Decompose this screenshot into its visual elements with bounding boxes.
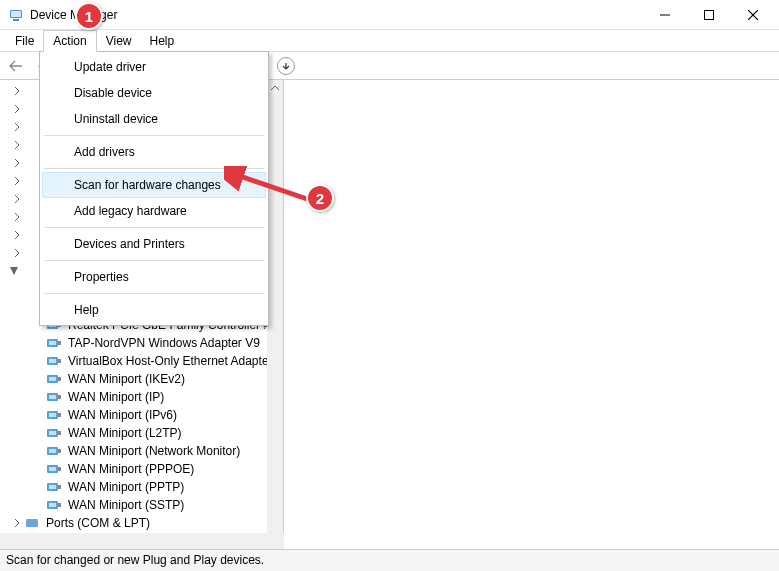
annotation-callout-1: 1 bbox=[75, 2, 103, 30]
svg-rect-41 bbox=[49, 485, 56, 489]
scroll-up-icon[interactable] bbox=[267, 80, 283, 96]
tree-item-network-adapter[interactable]: WAN Miniport (IP) bbox=[46, 388, 283, 406]
svg-rect-24 bbox=[58, 377, 61, 381]
network-adapter-icon bbox=[46, 354, 62, 368]
svg-rect-45 bbox=[58, 503, 61, 507]
svg-rect-23 bbox=[49, 377, 56, 381]
network-adapter-icon bbox=[46, 480, 62, 494]
adapter-label: WAN Miniport (PPPOE) bbox=[66, 461, 196, 477]
annotation-arrow bbox=[224, 166, 316, 210]
menu-help[interactable]: Help bbox=[141, 31, 184, 51]
svg-rect-27 bbox=[58, 395, 61, 399]
annotation-callout-2: 2 bbox=[306, 184, 334, 212]
menu-separator bbox=[44, 293, 264, 294]
menu-action[interactable]: Action bbox=[43, 30, 96, 52]
menu-separator bbox=[44, 135, 264, 136]
menu-file[interactable]: File bbox=[6, 31, 43, 51]
svg-rect-42 bbox=[58, 485, 61, 489]
menu-devices-printers[interactable]: Devices and Printers bbox=[42, 231, 266, 257]
window-title: Device Manager bbox=[30, 8, 117, 22]
menu-separator bbox=[44, 227, 264, 228]
svg-rect-29 bbox=[49, 413, 56, 417]
adapter-label: WAN Miniport (PPTP) bbox=[66, 479, 186, 495]
network-adapter-icon bbox=[46, 444, 62, 458]
network-adapter-icon bbox=[46, 408, 62, 422]
svg-line-47 bbox=[234, 174, 310, 200]
back-button[interactable] bbox=[4, 55, 28, 77]
menu-help[interactable]: Help bbox=[42, 297, 266, 323]
svg-rect-2 bbox=[13, 19, 19, 21]
svg-rect-36 bbox=[58, 449, 61, 453]
status-bar: Scan for changed or new Plug and Play de… bbox=[0, 549, 779, 571]
tree-item-network-adapter[interactable]: WAN Miniport (PPTP) bbox=[46, 478, 283, 496]
svg-rect-1 bbox=[11, 11, 21, 17]
tree-item-network-adapter[interactable]: WAN Miniport (SSTP) bbox=[46, 496, 283, 514]
status-text: Scan for changed or new Plug and Play de… bbox=[6, 553, 264, 567]
category-label: Ports (COM & LPT) bbox=[44, 515, 152, 531]
svg-rect-4 bbox=[705, 10, 714, 19]
adapter-label: WAN Miniport (SSTP) bbox=[66, 497, 186, 513]
adapter-label: WAN Miniport (IKEv2) bbox=[66, 371, 187, 387]
network-adapter-icon bbox=[46, 372, 62, 386]
tree-category-ports[interactable]: Ports (COM & LPT) bbox=[2, 514, 283, 532]
svg-rect-39 bbox=[58, 467, 61, 471]
svg-rect-44 bbox=[49, 503, 56, 507]
tree-item-network-adapter[interactable]: WAN Miniport (IKEv2) bbox=[46, 370, 283, 388]
tree-item-network-adapter[interactable]: WAN Miniport (IPv6) bbox=[46, 406, 283, 424]
adapter-label: WAN Miniport (Network Monitor) bbox=[66, 443, 242, 459]
menu-uninstall-device[interactable]: Uninstall device bbox=[42, 106, 266, 132]
detail-panel bbox=[284, 80, 779, 549]
minimize-button[interactable] bbox=[643, 1, 687, 29]
svg-rect-33 bbox=[58, 431, 61, 435]
svg-rect-35 bbox=[49, 449, 56, 453]
tree-item-network-adapter[interactable]: TAP-NordVPN Windows Adapter V9 bbox=[46, 334, 283, 352]
menu-bar: File Action View Help bbox=[0, 30, 779, 52]
tree-item-network-adapter[interactable]: WAN Miniport (Network Monitor) bbox=[46, 442, 283, 460]
tree-item-network-adapter[interactable]: VirtualBox Host-Only Ethernet Adapter bbox=[46, 352, 283, 370]
svg-rect-38 bbox=[49, 467, 56, 471]
menu-add-drivers[interactable]: Add drivers bbox=[42, 139, 266, 165]
network-adapter-icon bbox=[46, 498, 62, 512]
maximize-button[interactable] bbox=[687, 1, 731, 29]
vertical-scrollbar[interactable] bbox=[267, 80, 283, 549]
svg-rect-26 bbox=[49, 395, 56, 399]
title-bar: Device Manager bbox=[0, 0, 779, 30]
adapter-label: WAN Miniport (IP) bbox=[66, 389, 166, 405]
svg-rect-32 bbox=[49, 431, 56, 435]
adapter-label: TAP-NordVPN Windows Adapter V9 bbox=[66, 335, 262, 351]
menu-view[interactable]: View bbox=[97, 31, 141, 51]
network-adapter-icon bbox=[46, 462, 62, 476]
horizontal-scrollbar[interactable] bbox=[0, 533, 284, 549]
network-adapter-icon bbox=[46, 426, 62, 440]
adapter-label: VirtualBox Host-Only Ethernet Adapter bbox=[66, 353, 275, 369]
tree-item-network-adapter[interactable]: WAN Miniport (L2TP) bbox=[46, 424, 283, 442]
menu-disable-device[interactable]: Disable device bbox=[42, 80, 266, 106]
tree-item-network-adapter[interactable]: WAN Miniport (PPPOE) bbox=[46, 460, 283, 478]
scan-hardware-icon[interactable] bbox=[277, 57, 295, 75]
device-manager-icon bbox=[8, 7, 24, 23]
svg-rect-17 bbox=[49, 341, 56, 345]
network-adapter-icon bbox=[46, 336, 62, 350]
svg-rect-21 bbox=[58, 359, 61, 363]
menu-update-driver[interactable]: Update driver bbox=[42, 54, 266, 80]
svg-rect-20 bbox=[49, 359, 56, 363]
svg-rect-30 bbox=[58, 413, 61, 417]
network-adapter-icon bbox=[46, 390, 62, 404]
menu-separator bbox=[44, 260, 264, 261]
svg-rect-46 bbox=[26, 519, 38, 527]
adapter-label: WAN Miniport (L2TP) bbox=[66, 425, 184, 441]
adapter-label: WAN Miniport (IPv6) bbox=[66, 407, 179, 423]
svg-rect-18 bbox=[58, 341, 61, 345]
close-button[interactable] bbox=[731, 1, 775, 29]
menu-properties[interactable]: Properties bbox=[42, 264, 266, 290]
ports-icon bbox=[24, 516, 40, 530]
